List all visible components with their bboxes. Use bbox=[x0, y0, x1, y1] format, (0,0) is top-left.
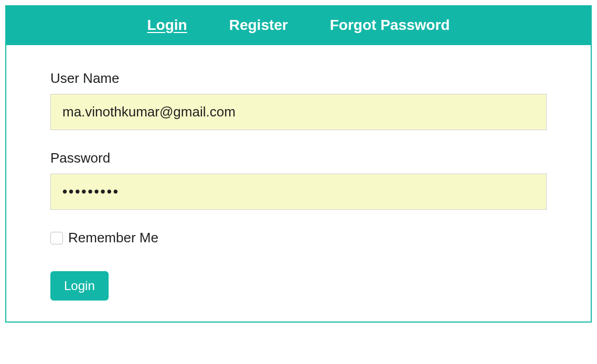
password-input[interactable] bbox=[50, 174, 547, 210]
remember-label: Remember Me bbox=[68, 230, 158, 246]
username-label: User Name bbox=[50, 70, 547, 87]
remember-checkbox[interactable] bbox=[50, 232, 63, 244]
login-form: User Name Password Remember Me Login bbox=[6, 45, 591, 322]
remember-row: Remember Me bbox=[50, 230, 547, 246]
tab-login[interactable]: Login bbox=[147, 17, 187, 34]
password-label: Password bbox=[50, 150, 547, 166]
tab-register[interactable]: Register bbox=[229, 17, 288, 34]
username-group: User Name bbox=[50, 70, 547, 130]
password-group: Password bbox=[50, 150, 547, 210]
username-input[interactable] bbox=[50, 94, 547, 130]
login-card: Login Register Forgot Password User Name… bbox=[5, 5, 592, 323]
tab-bar: Login Register Forgot Password bbox=[6, 6, 591, 45]
tab-forgot-password[interactable]: Forgot Password bbox=[330, 17, 450, 34]
login-button[interactable]: Login bbox=[50, 271, 109, 301]
